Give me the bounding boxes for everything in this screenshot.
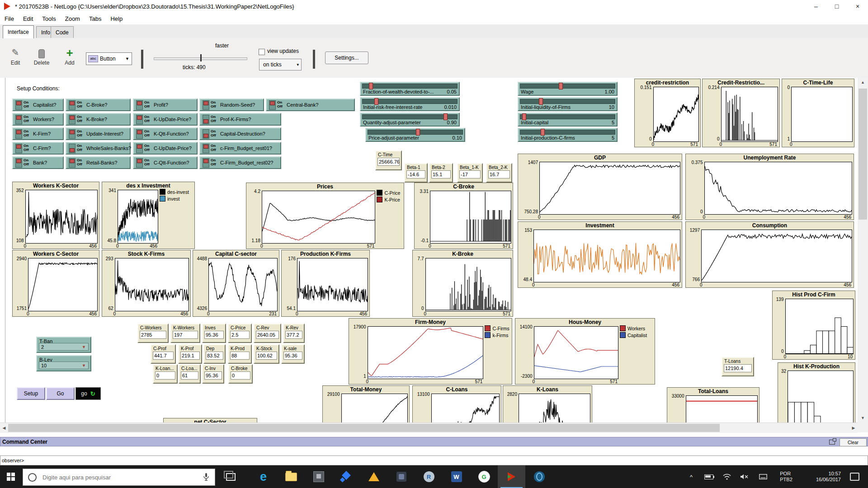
switch-k-firm[interactable]: OnOffK-Firm? (12, 127, 64, 140)
switch-knob[interactable] (203, 119, 208, 123)
switch-random-seed[interactable]: OnOffRandom-Seed? (199, 99, 264, 111)
taskbar-app-dark-app[interactable] (387, 465, 415, 488)
button-go[interactable]: go↻ (75, 387, 101, 400)
chooser-value-box[interactable]: 2▼ (39, 343, 89, 351)
microphone-icon[interactable] (203, 473, 209, 482)
switch-knob[interactable] (70, 130, 75, 134)
taskbar-app-netlogo[interactable] (498, 465, 525, 488)
switch-knob[interactable] (203, 101, 208, 105)
command-input[interactable] (26, 456, 868, 465)
start-button[interactable] (0, 465, 22, 488)
switch-c-update-price[interactable]: OnOffC-UpDate-Price? (133, 142, 198, 155)
switch-knob[interactable] (270, 101, 275, 105)
notification-icon[interactable] (846, 465, 863, 488)
horizontal-scrollbar-thumb[interactable] (8, 424, 720, 432)
slider-capital[interactable]: Initial-capital5 (518, 113, 618, 127)
scroll-up-icon[interactable]: ▲ (858, 78, 868, 87)
slider-handle[interactable] (559, 83, 563, 89)
switch-c-firmbudgetrest01[interactable]: OnOffc-Firm_Budget_rest01? (199, 142, 281, 155)
menu-help[interactable]: Help (106, 15, 127, 22)
menu-file[interactable]: File (0, 15, 19, 22)
button-setup[interactable]: Setup (17, 387, 45, 400)
switch-c-firm[interactable]: OnOffC-Firm? (12, 142, 64, 155)
view-updates-checkbox[interactable] (259, 49, 265, 55)
taskbar-app-google-app[interactable]: G (470, 465, 498, 488)
switch-knob[interactable] (16, 130, 21, 134)
menu-tools[interactable]: Tools (38, 15, 60, 22)
slider-fraction[interactable]: Fraction-of-wealth-devoted-to-...0.05 (360, 82, 460, 96)
taskbar-app-file-explorer[interactable] (277, 465, 305, 488)
taskbar-app-rstudio[interactable]: R (415, 465, 443, 488)
switch-retail-banks[interactable]: OnOffRetail-Banks? (66, 156, 131, 169)
tab-interface[interactable]: Interface (3, 25, 34, 38)
slider-liquidity[interactable]: Initial-liquidity-of-Firms10 (518, 97, 618, 111)
switch-knob[interactable] (70, 116, 75, 120)
slider-handle[interactable] (541, 129, 545, 136)
clear-button[interactable]: Clear (840, 438, 867, 446)
close-button[interactable]: × (847, 0, 868, 13)
scroll-right-icon[interactable]: ▶ (849, 423, 858, 433)
button-go[interactable]: Go (46, 387, 75, 400)
volume-muted-icon[interactable] (737, 465, 751, 488)
switch-knob[interactable] (16, 101, 21, 105)
chooser-value-box[interactable]: 10▼ (39, 361, 89, 369)
update-mode-dropdown[interactable]: on ticks ▾ (259, 59, 302, 70)
switch-prof-k-firms[interactable]: OnOffProf-K-Firms? (199, 113, 281, 126)
slider-handle[interactable] (374, 98, 378, 105)
switch-knob[interactable] (203, 134, 208, 138)
switch-knob[interactable] (16, 116, 21, 120)
menu-tabs[interactable]: Tabs (85, 15, 106, 22)
scroll-left-icon[interactable]: ◀ (0, 423, 8, 433)
slider-handle[interactable] (369, 83, 373, 89)
battery-icon[interactable] (702, 465, 716, 488)
taskbar-search[interactable] (23, 469, 215, 486)
switch-knob[interactable] (137, 145, 142, 149)
slider-handle[interactable] (539, 98, 543, 105)
slider-padj[interactable]: Price-adjust-parameter0.10 (365, 128, 465, 142)
edit-widget-button[interactable]: ✎ Edit (4, 47, 27, 66)
clock[interactable]: 10:5716/06/2017 (802, 465, 843, 488)
horizontal-scrollbar[interactable]: ◀ ▶ (0, 422, 858, 433)
switch-capitalist[interactable]: OnOffCapitalist? (12, 99, 64, 111)
slider-handle[interactable] (416, 129, 420, 136)
slider-wage[interactable]: Wage1.00 (518, 82, 618, 96)
task-view-button[interactable] (221, 465, 241, 488)
switch-workers[interactable]: OnOffWorkers? (12, 113, 64, 126)
switch-knob[interactable] (203, 145, 208, 149)
chooser-b-lev[interactable]: B-Lev10▼ (36, 355, 91, 371)
taskbar-app-dropbox[interactable] (332, 465, 360, 488)
menu-zoom[interactable]: Zoom (61, 15, 85, 22)
taskbar-app-gray-app[interactable] (305, 465, 332, 488)
slider-handle[interactable] (522, 113, 526, 120)
search-input[interactable] (42, 474, 203, 481)
switch-knob[interactable] (16, 145, 21, 149)
touch-keyboard-icon[interactable] (756, 465, 770, 488)
switch-knob[interactable] (70, 148, 75, 152)
network-icon[interactable] (720, 465, 734, 488)
slider-prodc[interactable]: Initial-production-C-firms5 (518, 128, 618, 142)
switch-k-update-price[interactable]: OnOffK-UpDate-Price? (133, 113, 198, 126)
vertical-scrollbar[interactable]: ▲ ▼ (858, 78, 868, 432)
speed-slider-handle[interactable] (200, 54, 202, 61)
chooser-t-ban[interactable]: T-Ban2▼ (36, 337, 91, 353)
switch-c-firmbudgetrest02[interactable]: OnOffC-Firm_Budget_rest02? (199, 156, 281, 169)
scroll-down-icon[interactable]: ▼ (858, 413, 868, 422)
taskbar-app-microsoft-edge[interactable]: e (250, 465, 277, 488)
vertical-scrollbar-thumb[interactable] (859, 89, 867, 220)
widget-type-dropdown[interactable]: abc Button ▼ (86, 52, 132, 65)
switch-k-qtt-function[interactable]: OnOffK-Qtt-Function? (133, 127, 198, 140)
taskbar-app-yellow-app[interactable] (360, 465, 387, 488)
switch-profit[interactable]: OnOffProfit? (133, 99, 198, 111)
switch-capital-destruction[interactable]: OnOffCapital-Destruction? (199, 127, 281, 140)
slider-interest[interactable]: Initial-risk-free-interest-rate0.010 (360, 97, 460, 111)
switch-knob[interactable] (137, 116, 142, 120)
taskbar-app-globe-browser[interactable] (525, 465, 553, 488)
switch-knob[interactable] (70, 101, 75, 105)
switch-c-broke[interactable]: OnOffC-Broke? (66, 99, 131, 111)
switch-knob[interactable] (70, 159, 75, 163)
language-indicator[interactable]: PORPTB2 (775, 465, 797, 488)
switch-wholesales-banks[interactable]: OnOffWholeSales-Banks? (66, 142, 131, 155)
settings-button[interactable]: Settings... (325, 52, 368, 64)
switch-central-bank[interactable]: OnOffCentral-Bank? (266, 99, 355, 111)
switch-knob[interactable] (203, 159, 208, 163)
